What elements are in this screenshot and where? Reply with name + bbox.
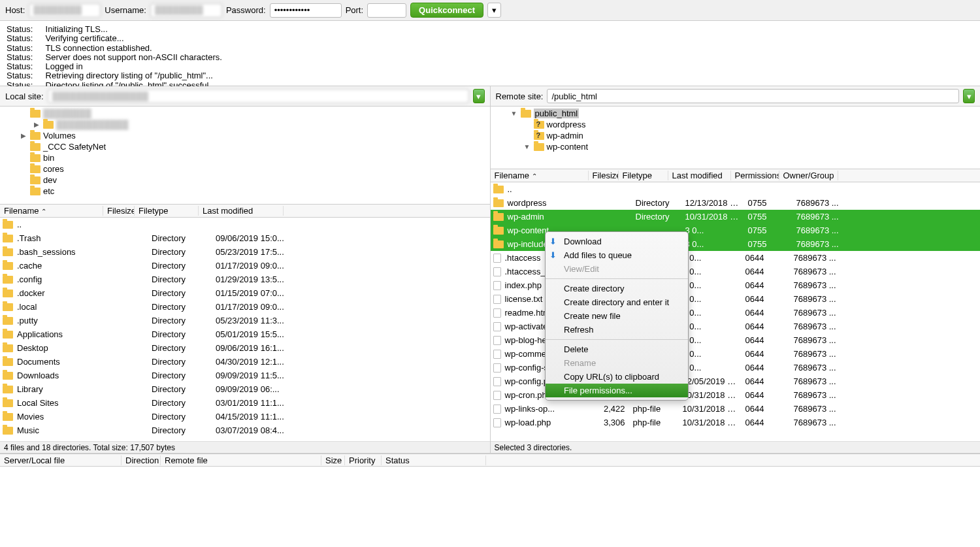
- file-row[interactable]: MoviesDirectory04/15/2019 11:1...: [0, 410, 490, 423]
- file-row[interactable]: .dockerDirectory01/15/2019 07:0...: [0, 286, 490, 300]
- local-tree[interactable]: ████████▶████████████▶Volumes_CCC Safety…: [0, 107, 490, 205]
- file-row[interactable]: DesktopDirectory09/06/2019 16:1...: [0, 341, 490, 355]
- folder-icon: [3, 290, 13, 297]
- tree-item[interactable]: ████████: [0, 108, 490, 119]
- password-input[interactable]: [270, 3, 342, 18]
- header-priority[interactable]: Priority: [345, 456, 382, 465]
- header-filename[interactable]: Filename ⌃: [0, 206, 103, 216]
- tree-item[interactable]: _CCC SafetyNet: [0, 141, 490, 152]
- password-label: Password:: [226, 5, 266, 15]
- quickconnect-button[interactable]: Quickconnect: [410, 3, 483, 18]
- header-size[interactable]: Size: [321, 456, 345, 465]
- tree-item[interactable]: bin: [0, 152, 490, 163]
- port-input[interactable]: [367, 3, 406, 18]
- add-queue-icon: ⬇: [549, 250, 557, 260]
- file-row[interactable]: wp-links-op...2,422php-file10/31/2018 0.…: [491, 402, 981, 416]
- ctx-refresh[interactable]: Refresh: [546, 323, 688, 337]
- host-input[interactable]: [29, 3, 101, 18]
- file-row[interactable]: wordpressDirectory12/13/2018 1...0755768…: [491, 196, 981, 210]
- local-site-input[interactable]: [48, 89, 469, 103]
- header-status[interactable]: Status: [382, 456, 486, 465]
- file-row[interactable]: .localDirectory01/17/2019 09:0...: [0, 300, 490, 314]
- cell-perm: 0755: [744, 239, 792, 249]
- disclosure-icon[interactable]: ▼: [523, 143, 531, 150]
- header-permissions[interactable]: Permissions: [731, 171, 779, 180]
- ctx-create-directory[interactable]: Create directory: [546, 282, 688, 295]
- header-filesize[interactable]: Filesize: [589, 171, 619, 180]
- folder-icon: [493, 227, 504, 235]
- file-row[interactable]: wp-adminDirectory10/31/2018 0...07557689…: [491, 210, 981, 224]
- folder-icon: [3, 317, 13, 325]
- cell-name: Music: [13, 425, 116, 435]
- local-pane: Local site: ▾ ████████▶████████████▶Volu…: [0, 86, 491, 453]
- tree-item[interactable]: ▼public_html: [491, 108, 981, 119]
- ctx-download[interactable]: ⬇Download: [546, 235, 688, 248]
- tree-item[interactable]: etc: [0, 186, 490, 197]
- cell-type: Directory: [148, 371, 212, 380]
- folder-icon: [534, 121, 544, 129]
- tree-item[interactable]: ▼wp-content: [491, 141, 981, 152]
- header-filesize[interactable]: Filesize: [103, 206, 135, 216]
- ctx-copy-urls[interactable]: Copy URL(s) to clipboard: [546, 370, 688, 384]
- header-filetype[interactable]: Filetype: [619, 171, 668, 180]
- header-remote-file[interactable]: Remote file: [161, 456, 321, 465]
- cell-mod: 01/15/2019 07:0...: [212, 288, 297, 298]
- file-row[interactable]: ApplicationsDirectory05/01/2019 15:5...: [0, 327, 490, 341]
- header-server-local-file[interactable]: Server/Local file: [0, 456, 122, 465]
- folder-icon: [3, 386, 13, 393]
- ctx-add-to-queue[interactable]: ⬇Add files to queue: [546, 248, 688, 262]
- remote-tree[interactable]: ▼public_htmlwordpresswp-admin▼wp-content: [491, 107, 981, 169]
- header-last-modified[interactable]: Last modified: [668, 171, 731, 180]
- quickconnect-dropdown[interactable]: ▾: [487, 3, 501, 18]
- cell-name: Downloads: [13, 371, 116, 380]
- file-row[interactable]: ..: [0, 218, 490, 231]
- tree-item[interactable]: wordpress: [491, 119, 981, 130]
- header-direction[interactable]: Direction: [122, 456, 161, 465]
- tree-item[interactable]: ▶████████████: [0, 119, 490, 130]
- tree-item[interactable]: ▶Volumes: [0, 130, 490, 141]
- folder-icon: [30, 176, 41, 184]
- cell-name: .cache: [13, 261, 116, 271]
- file-row[interactable]: .puttyDirectory05/23/2019 11:3...: [0, 314, 490, 327]
- tree-item[interactable]: cores: [0, 163, 490, 174]
- file-row[interactable]: LibraryDirectory09/09/2019 06:...: [0, 382, 490, 396]
- remote-site-dropdown[interactable]: ▾: [963, 89, 975, 103]
- header-filetype[interactable]: Filetype: [135, 206, 199, 216]
- local-status-footer: 4 files and 18 directories. Total size: …: [0, 441, 490, 453]
- cell-perm: 0644: [742, 418, 790, 427]
- file-icon: [493, 377, 501, 386]
- remote-site-input[interactable]: [547, 89, 959, 103]
- file-row[interactable]: ..: [491, 182, 981, 196]
- queue-body[interactable]: [0, 467, 980, 545]
- file-row[interactable]: .configDirectory01/29/2019 13:5...: [0, 273, 490, 286]
- header-filename[interactable]: Filename ⌃: [491, 171, 589, 180]
- tree-item[interactable]: dev: [0, 174, 490, 186]
- username-input[interactable]: [150, 3, 222, 18]
- header-owner-group[interactable]: Owner/Group: [779, 171, 838, 180]
- cell-name: .putty: [13, 316, 116, 325]
- folder-icon: [534, 132, 544, 140]
- disclosure-icon[interactable]: ▼: [510, 110, 518, 117]
- file-row[interactable]: wp-load.php3,306php-file10/31/2018 0...0…: [491, 416, 981, 429]
- file-row[interactable]: .cacheDirectory01/17/2019 09:0...: [0, 259, 490, 273]
- cell-perm: 0644: [742, 376, 790, 386]
- ctx-create-new-file[interactable]: Create new file: [546, 309, 688, 323]
- disclosure-icon[interactable]: ▶: [20, 132, 27, 139]
- file-row[interactable]: MusicDirectory03/07/2019 08:4...: [0, 423, 490, 437]
- header-last-modified[interactable]: Last modified: [199, 206, 284, 216]
- disclosure-icon[interactable]: ▶: [33, 121, 41, 128]
- tree-item[interactable]: wp-admin: [491, 130, 981, 141]
- cell-perm: 0755: [744, 225, 792, 235]
- file-row[interactable]: DocumentsDirectory04/30/2019 12:1...: [0, 355, 490, 369]
- file-row[interactable]: DownloadsDirectory09/09/2019 11:5...: [0, 369, 490, 382]
- cell-name: Desktop: [13, 343, 116, 353]
- local-site-dropdown[interactable]: ▾: [473, 89, 485, 103]
- file-row[interactable]: .TrashDirectory09/06/2019 15:0...: [0, 231, 490, 245]
- file-row[interactable]: .bash_sessionsDirectory05/23/2019 17:5..…: [0, 245, 490, 259]
- ctx-delete[interactable]: Delete: [546, 342, 688, 356]
- local-site-label: Local site:: [5, 91, 44, 101]
- ctx-file-permissions[interactable]: File permissions...: [546, 384, 688, 397]
- local-file-list[interactable]: ...TrashDirectory09/06/2019 15:0....bash…: [0, 218, 490, 441]
- ctx-create-directory-enter[interactable]: Create directory and enter it: [546, 295, 688, 309]
- file-row[interactable]: Local SitesDirectory03/01/2019 11:1...: [0, 396, 490, 410]
